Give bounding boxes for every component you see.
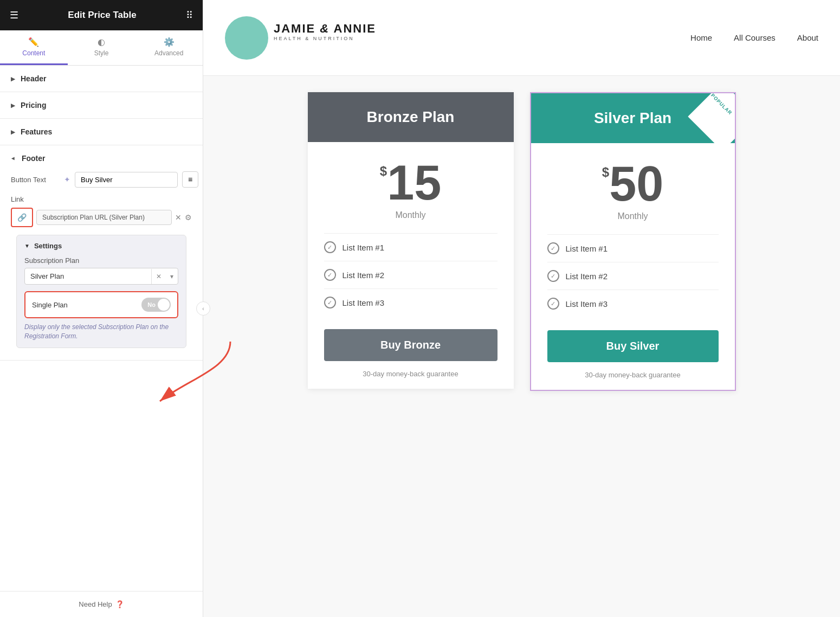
silver-money-back: 30-day money-back guarantee [547, 371, 719, 379]
toggle-no-label: No [147, 301, 156, 308]
subscription-plan-label: Subscription Plan [24, 256, 178, 265]
tab-style-label: Style [94, 49, 109, 57]
silver-price-amount: $ 50 [547, 159, 719, 208]
silver-feature-2: ✓ List Item #2 [547, 262, 719, 290]
bronze-card-body: $ 15 Monthly ✓ List Item #1 ✓ List Item … [308, 142, 514, 389]
check-icon-2: ✓ [324, 269, 336, 281]
accordion-header-label: Header [21, 74, 46, 83]
silver-card-body: $ 50 Monthly ✓ List Item #1 ✓ List Item … [531, 143, 735, 390]
logo-ampersand: & [320, 22, 329, 35]
bronze-price-amount: $ 15 [324, 158, 497, 207]
chevron-right-icon-3: ▶ [11, 129, 15, 135]
silver-price-dollar: $ [602, 166, 609, 179]
chevron-right-icon-2: ▶ [11, 102, 15, 108]
hamburger-icon[interactable]: ☰ [10, 9, 18, 21]
silver-feature-1: ✓ List Item #1 [547, 234, 719, 262]
panel-collapse-handle[interactable]: ‹ [196, 301, 210, 316]
nav-home[interactable]: Home [690, 33, 712, 42]
accordion-header-section: ▶ Header [0, 66, 203, 92]
tab-advanced[interactable]: ⚙️ Advanced [135, 30, 203, 65]
buy-silver-button[interactable]: Buy Silver [547, 330, 719, 362]
need-help-section[interactable]: Need Help ❓ [0, 591, 203, 617]
button-text-row: Button Text ✦ ≡ [11, 171, 192, 188]
single-plan-toggle[interactable]: No [141, 298, 171, 312]
nav-about[interactable]: About [797, 33, 818, 42]
buy-bronze-button[interactable]: Buy Bronze [324, 329, 497, 361]
check-icon: ✓ [324, 241, 336, 253]
silver-feature-list: ✓ List Item #1 ✓ List Item #2 ✓ List Ite… [547, 234, 719, 317]
check-icon-3: ✓ [324, 297, 336, 308]
link-label: Link [11, 195, 192, 203]
toggle-knob [158, 299, 170, 311]
chevron-right-icon: ▶ [11, 76, 15, 82]
gear-icon: ⚙️ [164, 37, 175, 47]
left-panel: ☰ Edit Price Table ⠿ ✏️ Content ◐ Style … [0, 0, 203, 617]
silver-plan-title: Silver Plan [594, 110, 671, 126]
bronze-price-period: Monthly [324, 210, 497, 220]
silver-feature-label-2: List Item #2 [566, 272, 608, 281]
bronze-money-back: 30-day money-back guarantee [324, 370, 497, 378]
settings-label: Settings [34, 242, 62, 250]
link-row: 🔗 Subscription Plan URL (Silver Plan) ✕ … [11, 208, 192, 227]
logo-text-sub: HEALTH & NUTRITION [274, 36, 382, 41]
tab-content-label: Content [22, 49, 45, 57]
tab-advanced-label: Advanced [154, 49, 183, 57]
hint-text: Display only the selected Subscription P… [24, 323, 178, 341]
main-area: JAMIE & ANNIE HEALTH & NUTRITION Home Al… [203, 0, 840, 617]
nav-courses[interactable]: All Courses [734, 33, 776, 42]
logo-circle [225, 16, 268, 60]
site-nav: JAMIE & ANNIE HEALTH & NUTRITION Home Al… [203, 0, 840, 76]
silver-check-icon-3: ✓ [547, 298, 559, 310]
help-icon: ❓ [115, 600, 124, 608]
tab-style[interactable]: ◐ Style [68, 30, 135, 65]
accordion-footer-section: ▼ Footer Button Text ✦ ≡ Link 🔗 Subscrip… [0, 145, 203, 361]
bronze-price-number: 15 [387, 158, 441, 207]
select-clear-button[interactable]: ✕ [151, 269, 166, 284]
bronze-price-card: Bronze Plan $ 15 Monthly ✓ List Item #1 … [308, 92, 514, 389]
silver-price-card: Silver Plan POPULAR $ 50 Monthly ✓ List … [530, 92, 736, 391]
grid-icon[interactable]: ⠿ [186, 9, 193, 21]
popular-badge-bg [688, 93, 735, 143]
bronze-price-dollar: $ [380, 165, 387, 178]
accordion-pricing-toggle[interactable]: ▶ Pricing [0, 92, 203, 118]
panel-header: ☰ Edit Price Table ⠿ [0, 0, 203, 30]
link-edit-button[interactable]: 🔗 [11, 208, 33, 227]
link-text-display: Subscription Plan URL (Silver Plan) [36, 210, 172, 225]
silver-check-icon-2: ✓ [547, 270, 559, 282]
panel-title: Edit Price Table [68, 10, 136, 21]
bronze-feature-label-3: List Item #3 [343, 298, 385, 307]
accordion-features-section: ▶ Features [0, 119, 203, 145]
accordion-header-toggle[interactable]: ▶ Header [0, 66, 203, 92]
pricing-area: Bronze Plan $ 15 Monthly ✓ List Item #1 … [203, 76, 840, 617]
silver-card-header: Silver Plan POPULAR [531, 93, 735, 143]
accordion-footer-toggle[interactable]: ▼ Footer [0, 145, 203, 171]
need-help-label: Need Help [79, 600, 112, 608]
link-settings-button[interactable]: ⚙ [185, 213, 192, 222]
button-text-input[interactable] [75, 172, 178, 188]
align-button[interactable]: ≡ [182, 171, 198, 188]
bronze-feature-label-2: List Item #2 [343, 271, 385, 280]
tab-content[interactable]: ✏️ Content [0, 30, 68, 65]
silver-feature-label-1: List Item #1 [566, 244, 608, 253]
accordion-features-label: Features [21, 127, 52, 136]
bronze-feature-label-1: List Item #1 [343, 243, 385, 252]
accordion-features-toggle[interactable]: ▶ Features [0, 119, 203, 145]
silver-price-number: 50 [609, 159, 663, 208]
select-dropdown-icon[interactable]: ▾ [166, 269, 178, 284]
bronze-feature-2: ✓ List Item #2 [324, 261, 497, 288]
settings-panel: ▼ Settings Subscription Plan Silver Plan… [16, 235, 186, 348]
subscription-plan-select[interactable]: Silver Plan ✕ ▾ [24, 268, 178, 285]
link-remove-button[interactable]: ✕ [175, 213, 182, 222]
tabs-row: ✏️ Content ◐ Style ⚙️ Advanced [0, 30, 203, 66]
silver-feature-label-3: List Item #3 [566, 299, 608, 308]
accordion-footer-label: Footer [22, 154, 46, 163]
bronze-feature-3: ✓ List Item #3 [324, 288, 497, 316]
chevron-down-icon: ▼ [10, 156, 16, 161]
settings-header: ▼ Settings [24, 242, 178, 250]
bronze-feature-list: ✓ List Item #1 ✓ List Item #2 ✓ List Ite… [324, 233, 497, 316]
settings-arrow-icon: ▼ [24, 243, 30, 249]
subscription-plan-value: Silver Plan [25, 268, 151, 284]
silver-feature-3: ✓ List Item #3 [547, 290, 719, 317]
silver-price-period: Monthly [547, 211, 719, 221]
bronze-plan-title: Bronze Plan [367, 108, 455, 125]
